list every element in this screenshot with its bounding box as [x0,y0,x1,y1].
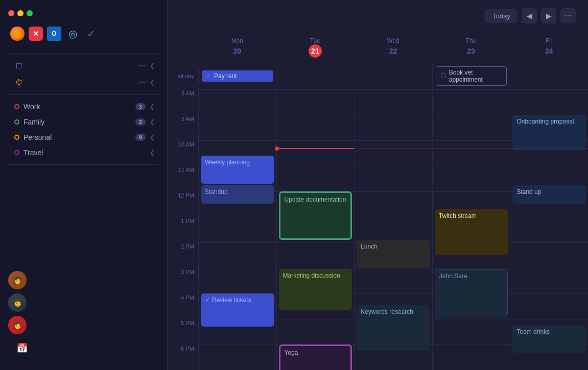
sidebar-item-family[interactable]: Family 2 ❮ [4,114,163,130]
family-dot [14,119,19,125]
outlook-icon[interactable]: O [47,27,61,41]
sidebar-item-overdue[interactable]: ⏱ ❮ [4,74,163,90]
hour-line-col0-h1 [199,115,276,115]
hour-line-col1-h6 [277,242,355,243]
now-line-ext-col2 [355,148,432,149]
hour-line-col4-h6 [510,242,588,243]
day-col-thu: Twitch streamJohn:Sara [432,89,510,370]
sidebar-header [0,6,167,24]
travel-label: Travel [23,149,146,157]
hour-line-col2-h1 [355,115,432,115]
event-marketing-discussion[interactable]: Marketing discussion [279,269,352,310]
calendar-icon[interactable]: 📅 [8,338,159,358]
event-keywords-research[interactable]: Keywords research [357,305,430,351]
day-col-tue: Update documentationMarketing discussion… [276,89,355,370]
time-label-10am: 10 AM [168,140,198,166]
book-vet-check: ☐ [440,72,446,80]
close-button[interactable] [8,10,14,16]
day-header-tue: Tue 21 [276,32,355,63]
hour-line-col3-h10 [433,344,510,345]
time-label-1pm: 1 PM [168,217,198,242]
today-button[interactable]: Today [485,9,518,23]
event-team-drinks[interactable]: Team drinks [512,325,586,353]
event-standup[interactable]: Standup [201,185,274,204]
event-twitch-stream[interactable]: Twitch stream [435,209,508,255]
hour-line-col3-h4 [433,191,510,192]
calendar-day-headers: Mon 20 Tue 21 Wed 22 Thu 23 Fri 24 [168,32,588,63]
divider-mid [8,94,159,95]
overdue-icon: ⏱ [14,78,23,87]
maximize-button[interactable] [27,10,33,16]
event-label: Onboarding proposal [516,118,574,125]
pay-rent-event[interactable]: ✓ Pay rent [202,70,273,82]
minimize-button[interactable] [17,10,23,16]
family-label: Family [23,118,131,126]
hour-line-col4-h5 [510,217,588,217]
avatars-section: 👩 👨 👩 📅 [0,265,167,364]
personal-badge: 9 [135,134,146,141]
app-icon-1[interactable]: 🟠 [10,27,25,41]
calendar-wrapper: Mon 20 Tue 21 Wed 22 Thu 23 Fri 24 all-d… [168,32,588,370]
hour-line-col3-h1 [433,115,510,115]
sidebar-item-work[interactable]: Work 3 ❮ [4,99,163,114]
hour-line-col2-h0 [355,89,432,90]
time-label-12pm: 12 PM [168,191,198,217]
book-vet-event[interactable]: ☐ Book vet appointment [436,66,507,86]
inbox-icon: ☐ [14,61,23,70]
hour-line-col2-h4 [355,191,432,192]
event-update-documentation[interactable]: Update documentation [279,191,352,240]
hour-line-col4-h3 [510,166,588,166]
hour-line-col3-h0 [433,89,510,90]
calendar-body: 8 AM9 AM10 AM11 AM12 PM1 PM2 PM3 PM4 PM5… [168,89,588,370]
hour-line-col0-h10 [199,344,276,345]
prev-button[interactable]: ◀ [522,8,537,23]
hour-line-col4-h8 [510,293,588,294]
hour-line-col0-h5 [199,217,276,217]
sidebar-item-personal[interactable]: Personal 9 ❮ [4,130,163,145]
event-weekly-planning[interactable]: Weekly planning [201,156,274,184]
checkmark-icon[interactable]: ✓ [84,27,98,41]
hour-line-col2-h2 [355,140,432,141]
personal-dot [14,135,19,140]
event-label: John:Sara [439,273,467,280]
event-yoga[interactable]: Yoga [279,344,352,370]
avatar-3[interactable]: 👩 [8,316,27,334]
event-onboarding-proposal[interactable]: Onboarding proposal [512,115,586,151]
hour-line-col3-h3 [433,166,510,166]
more-button[interactable]: ⋯ [560,8,576,23]
event-label: Keywords research [361,308,413,315]
current-time-line [277,148,355,149]
main-content: Today ◀ ▶ ⋯ Mon 20 Tue 21 Wed 22 Thu [168,0,588,370]
time-label-4pm: 4 PM [168,293,198,319]
hour-line-col1-h2 [277,140,355,141]
family-badge: 2 [135,118,146,126]
work-dot [14,104,19,109]
categories-list: Work 3 ❮ Family 2 ❮ Personal 9 ❮ Travel … [0,99,167,160]
header-buttons: Today ◀ ▶ ⋯ [485,8,576,23]
next-button[interactable]: ▶ [541,8,556,23]
time-label-2pm: 2 PM [168,242,198,268]
hour-line-col2-h8 [355,293,432,294]
time-gutter: 8 AM9 AM10 AM11 AM12 PM1 PM2 PM3 PM4 PM5… [168,89,198,370]
time-label-5pm: 5 PM [168,319,198,344]
hour-line-col1-h7 [277,268,355,268]
event-label: Team drinks [516,328,550,335]
event-john-sara[interactable]: John:Sara [435,269,508,317]
pay-rent-check: ✓ [206,72,211,80]
hour-line-col4-h9 [510,319,588,319]
now-line-ext-col4 [510,148,588,149]
check-circle-icon[interactable]: ◎ [65,27,80,41]
day-col-mon: Weekly planningStandup✓Review tickets [198,89,276,370]
event-lunch[interactable]: Lunch [357,240,430,268]
event-review-tickets[interactable]: ✓Review tickets [201,293,274,327]
avatar-1[interactable]: 👩 [8,271,27,289]
avatar-2[interactable]: 👨 [8,293,27,312]
event-stand-up[interactable]: Stand up [512,185,586,204]
sidebar-item-travel[interactable]: Travel ❮ [4,145,163,160]
all-day-label: all-day [168,73,198,79]
hour-line-col0-h0 [199,89,276,90]
app-icon-2[interactable]: ✕ [29,27,43,41]
day-col-fri: Onboarding proposalStand upTeam drinks [510,89,588,370]
time-label-9am: 9 AM [168,115,198,140]
sidebar-item-inbox[interactable]: ☐ ❮ [4,58,163,74]
